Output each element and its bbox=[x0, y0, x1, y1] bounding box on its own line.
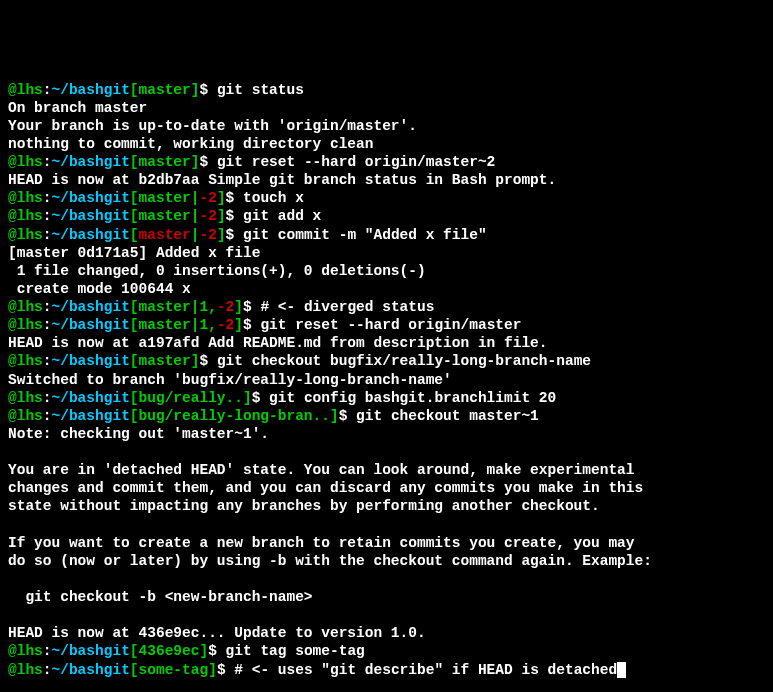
command-text[interactable]: git add x bbox=[243, 208, 321, 224]
user-host: @lhs bbox=[8, 82, 43, 98]
user-host: @lhs bbox=[8, 299, 43, 315]
output-text: do so (now or later) by using -b with th… bbox=[8, 553, 652, 569]
branch-name: master bbox=[139, 227, 191, 243]
output-line: changes and commit them, and you can dis… bbox=[8, 479, 765, 497]
branch-name: bug/really-long-bran.. bbox=[139, 408, 330, 424]
output-text: [master 0d171a5] Added x file bbox=[8, 245, 260, 261]
terminal-output[interactable]: @lhs:~/bashgit[master]$ git statusOn bra… bbox=[8, 81, 765, 679]
prompt-symbol: $ bbox=[199, 154, 216, 170]
prompt-symbol: $ bbox=[339, 408, 356, 424]
command-text[interactable]: git reset --hard origin/master bbox=[260, 317, 521, 333]
output-line: 1 file changed, 0 insertions(+), 0 delet… bbox=[8, 262, 765, 280]
output-line: [master 0d171a5] Added x file bbox=[8, 244, 765, 262]
branch-bracket-open: [ bbox=[130, 154, 139, 170]
user-host: @lhs bbox=[8, 190, 43, 206]
output-text bbox=[8, 517, 17, 533]
prompt-line: @lhs:~/bashgit[master]$ git reset --hard… bbox=[8, 153, 765, 171]
prompt-symbol: $ bbox=[243, 317, 260, 333]
output-text: nothing to commit, working directory cle… bbox=[8, 136, 373, 152]
branch-name: some-tag bbox=[139, 662, 209, 678]
cwd-path: ~/bashgit bbox=[52, 154, 130, 170]
user-host: @lhs bbox=[8, 154, 43, 170]
branch-bracket-close: ] bbox=[243, 390, 252, 406]
prompt-line: @lhs:~/bashgit[master|-2]$ git commit -m… bbox=[8, 226, 765, 244]
prompt-line: @lhs:~/bashgit[master|-2]$ git add x bbox=[8, 207, 765, 225]
output-line: HEAD is now at b2db7aa Simple git branch… bbox=[8, 171, 765, 189]
prompt-line: @lhs:~/bashgit[master|-2]$ touch x bbox=[8, 189, 765, 207]
branch-bracket-open: [ bbox=[130, 390, 139, 406]
branch-bracket-close: ] bbox=[234, 299, 243, 315]
branch-name: bug/really.. bbox=[139, 390, 243, 406]
output-line: If you want to create a new branch to re… bbox=[8, 534, 765, 552]
branch-name: master bbox=[139, 82, 191, 98]
prompt-symbol: $ bbox=[243, 299, 260, 315]
cwd-path: ~/bashgit bbox=[52, 227, 130, 243]
output-line: On branch master bbox=[8, 99, 765, 117]
prompt-line: @lhs:~/bashgit[master]$ git status bbox=[8, 81, 765, 99]
user-host: @lhs bbox=[8, 390, 43, 406]
output-text bbox=[8, 571, 17, 587]
branch-status-num: -2 bbox=[217, 317, 234, 333]
command-text[interactable]: git checkout master~1 bbox=[356, 408, 539, 424]
command-text[interactable]: git checkout bugfix/really-long-branch-n… bbox=[217, 353, 591, 369]
branch-bracket-open: [ bbox=[130, 662, 139, 678]
cwd-path: ~/bashgit bbox=[52, 353, 130, 369]
user-host: @lhs bbox=[8, 317, 43, 333]
prompt-line: @lhs:~/bashgit[bug/really-long-bran..]$ … bbox=[8, 407, 765, 425]
output-line: Switched to branch 'bugfix/really-long-b… bbox=[8, 371, 765, 389]
output-line: do so (now or later) by using -b with th… bbox=[8, 552, 765, 570]
branch-name: master bbox=[139, 299, 191, 315]
branch-bracket-close: ] bbox=[217, 227, 226, 243]
output-line bbox=[8, 570, 765, 588]
branch-name: master bbox=[139, 353, 191, 369]
output-text: If you want to create a new branch to re… bbox=[8, 535, 635, 551]
prompt-symbol: $ bbox=[208, 643, 225, 659]
command-text[interactable]: git commit -m "Added x file" bbox=[243, 227, 487, 243]
branch-status-num: 1 bbox=[199, 299, 208, 315]
command-text[interactable]: touch x bbox=[243, 190, 304, 206]
branch-status-num: 1 bbox=[199, 317, 208, 333]
output-text: changes and commit them, and you can dis… bbox=[8, 480, 643, 496]
output-text: You are in 'detached HEAD' state. You ca… bbox=[8, 462, 635, 478]
branch-name: master bbox=[139, 190, 191, 206]
output-line bbox=[8, 516, 765, 534]
branch-bracket-open: [ bbox=[130, 208, 139, 224]
branch-status-num: -2 bbox=[217, 299, 234, 315]
prompt-symbol: $ bbox=[199, 353, 216, 369]
output-line: HEAD is now at 436e9ec... Update to vers… bbox=[8, 624, 765, 642]
output-text bbox=[8, 444, 17, 460]
command-text[interactable]: git tag some-tag bbox=[226, 643, 365, 659]
cwd-path: ~/bashgit bbox=[52, 317, 130, 333]
branch-name: master bbox=[139, 154, 191, 170]
command-text[interactable]: # <- uses "git describe" if HEAD is deta… bbox=[234, 662, 617, 678]
cursor bbox=[617, 662, 626, 678]
branch-bracket-open: [ bbox=[130, 82, 139, 98]
output-line bbox=[8, 443, 765, 461]
prompt-line: @lhs:~/bashgit[some-tag]$ # <- uses "git… bbox=[8, 661, 765, 679]
output-text: git checkout -b <new-branch-name> bbox=[8, 589, 313, 605]
branch-bracket-open: [ bbox=[130, 317, 139, 333]
command-text[interactable]: git config bashgit.branchlimit 20 bbox=[269, 390, 556, 406]
output-line: HEAD is now at a197afd Add README.md fro… bbox=[8, 334, 765, 352]
branch-bracket-close: ] bbox=[217, 208, 226, 224]
user-host: @lhs bbox=[8, 227, 43, 243]
prompt-symbol: $ bbox=[217, 662, 234, 678]
branch-bracket-close: ] bbox=[217, 190, 226, 206]
prompt-symbol: $ bbox=[226, 208, 243, 224]
output-line: Your branch is up-to-date with 'origin/m… bbox=[8, 117, 765, 135]
user-host: @lhs bbox=[8, 353, 43, 369]
command-text[interactable]: git status bbox=[217, 82, 304, 98]
prompt-line: @lhs:~/bashgit[master|1,-2]$ git reset -… bbox=[8, 316, 765, 334]
branch-bracket-open: [ bbox=[130, 299, 139, 315]
command-text[interactable]: git reset --hard origin/master~2 bbox=[217, 154, 495, 170]
output-line: create mode 100644 x bbox=[8, 280, 765, 298]
output-line: You are in 'detached HEAD' state. You ca… bbox=[8, 461, 765, 479]
branch-name: 436e9ec bbox=[139, 643, 200, 659]
cwd-path: ~/bashgit bbox=[52, 299, 130, 315]
prompt-line: @lhs:~/bashgit[master|1,-2]$ # <- diverg… bbox=[8, 298, 765, 316]
command-text[interactable]: # <- diverged status bbox=[260, 299, 434, 315]
prompt-symbol: $ bbox=[199, 82, 216, 98]
output-line: state without impacting any branches by … bbox=[8, 497, 765, 515]
output-line bbox=[8, 606, 765, 624]
user-host: @lhs bbox=[8, 662, 43, 678]
